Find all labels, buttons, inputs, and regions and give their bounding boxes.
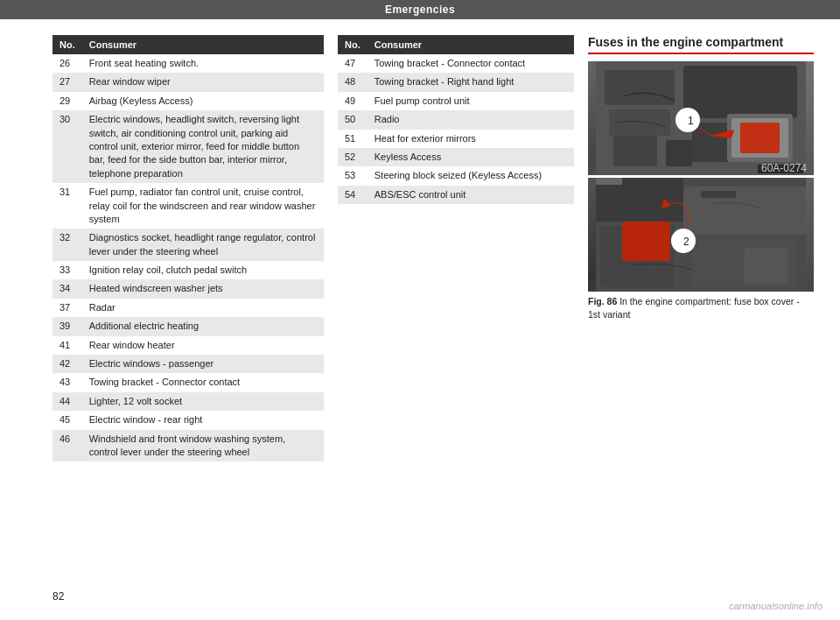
middle-section: No. Consumer 47Towing bracket - Connecto…: [338, 35, 574, 461]
middle-row-consumer: Radio: [368, 110, 574, 129]
middle-row-consumer: Heat for exterior mirrors: [368, 130, 574, 148]
page-number: 82: [52, 590, 64, 602]
fig-caption-text: In the engine compartment: fuse box cove…: [588, 296, 800, 320]
middle-table: No. Consumer 47Towing bracket - Connecto…: [338, 35, 574, 204]
left-table-row: 46Windshield and front window washing sy…: [52, 430, 324, 462]
top-bar: Emergencies: [0, 0, 840, 19]
middle-table-row: 51Heat for exterior mirrors: [338, 130, 574, 148]
left-table-row: 45Electric window - rear right: [52, 411, 324, 429]
left-row-consumer: Electric windows, headlight switch, reve…: [82, 110, 324, 183]
left-row-no: 46: [52, 430, 82, 462]
left-table-row: 39Additional electric heating: [52, 317, 324, 335]
left-row-consumer: Towing bracket - Connector contact: [82, 373, 324, 391]
left-row-no: 26: [52, 54, 82, 73]
fig-caption: Fig. 86 In the engine compartment: fuse …: [588, 292, 814, 324]
engine-top-image: 1 60A-0274: [588, 61, 814, 175]
left-table-row: 30Electric windows, headlight switch, re…: [52, 110, 324, 183]
middle-row-no: 49: [338, 92, 368, 110]
left-row-consumer: Lighter, 12 volt socket: [82, 392, 324, 411]
engine-bottom-image: 2: [588, 178, 814, 292]
left-row-no: 27: [52, 73, 82, 91]
middle-row-no: 47: [338, 54, 368, 73]
left-row-consumer: Windshield and front window washing syst…: [82, 430, 324, 462]
left-table: No. Consumer 26Front seat heating switch…: [52, 35, 324, 461]
middle-table-body: 47Towing bracket - Connector contact48To…: [338, 54, 574, 204]
svg-rect-26: [701, 191, 736, 198]
svg-rect-9: [740, 123, 780, 153]
svg-rect-27: [745, 248, 788, 283]
left-row-consumer: Electric windows - passenger: [82, 355, 324, 373]
middle-row-no: 51: [338, 130, 368, 148]
left-table-row: 31Fuel pump, radiator fan control unit, …: [52, 183, 324, 229]
left-section: No. Consumer 26Front seat heating switch…: [52, 35, 324, 461]
left-row-no: 39: [52, 317, 82, 335]
watermark: carmanualsonline.info: [729, 601, 822, 611]
left-table-row: 33Ignition relay coil, clutch pedal swit…: [52, 261, 324, 279]
left-table-row: 37Radar: [52, 299, 324, 317]
left-row-no: 33: [52, 261, 82, 279]
middle-table-row: 50Radio: [338, 110, 574, 129]
middle-row-consumer: Keyless Access: [368, 148, 574, 166]
middle-table-row: 52Keyless Access: [338, 148, 574, 166]
middle-row-no: 54: [338, 186, 368, 204]
left-row-consumer: Rear window wiper: [82, 73, 324, 91]
middle-table-row: 48Towing bracket - Right hand light: [338, 73, 574, 91]
left-row-no: 44: [52, 392, 82, 411]
left-row-consumer: Rear window heater: [82, 336, 324, 355]
middle-row-no: 50: [338, 110, 368, 129]
left-row-no: 41: [52, 336, 82, 355]
svg-rect-5: [613, 136, 657, 166]
middle-row-consumer: Towing bracket - Right hand light: [368, 73, 574, 91]
middle-table-row: 49Fuel pump control unit: [338, 92, 574, 110]
left-row-consumer: Additional electric heating: [82, 317, 324, 335]
middle-row-consumer: ABS/ESC control unit: [368, 186, 574, 204]
middle-row-consumer: Towing bracket - Connector contact: [368, 54, 574, 73]
middle-table-header-no: No.: [338, 35, 368, 54]
left-row-no: 31: [52, 183, 82, 229]
middle-table-header-consumer: Consumer: [368, 35, 574, 54]
left-table-row: 41Rear window heater: [52, 336, 324, 355]
middle-row-no: 52: [338, 148, 368, 166]
left-row-consumer: Heated windscreen washer jets: [82, 279, 324, 298]
left-row-consumer: Diagnostics socket, headlight range regu…: [82, 229, 324, 261]
middle-row-consumer: Fuel pump control unit: [368, 92, 574, 110]
middle-row-no: 48: [338, 73, 368, 91]
svg-rect-2: [683, 66, 797, 118]
left-row-no: 45: [52, 411, 82, 429]
left-table-header-row: No. Consumer: [52, 35, 324, 54]
left-row-no: 37: [52, 299, 82, 317]
middle-table-header-row: No. Consumer: [338, 35, 574, 54]
middle-table-row: 54ABS/ESC control unit: [338, 186, 574, 204]
left-table-row: 42Electric windows - passenger: [52, 355, 324, 373]
left-row-consumer: Airbag (Keyless Access): [82, 92, 324, 110]
page-container: Emergencies No. Consumer 26Front seat he…: [0, 0, 840, 620]
left-table-row: 43Towing bracket - Connector contact: [52, 373, 324, 391]
left-table-row: 34Heated windscreen washer jets: [52, 279, 324, 298]
fuses-title: Fuses in the engine compartment: [588, 35, 814, 54]
left-row-no: 42: [52, 355, 82, 373]
svg-rect-1: [605, 70, 675, 105]
left-table-row: 29Airbag (Keyless Access): [52, 92, 324, 110]
left-row-consumer: Fuel pump, radiator fan control unit, cr…: [82, 183, 324, 229]
left-table-row: 44Lighter, 12 volt socket: [52, 392, 324, 411]
left-row-consumer: Ignition relay coil, clutch pedal switch: [82, 261, 324, 279]
middle-table-row: 47Towing bracket - Connector contact: [338, 54, 574, 73]
content-area: No. Consumer 26Front seat heating switch…: [0, 26, 840, 470]
svg-text:2: 2: [683, 236, 690, 248]
left-row-no: 34: [52, 279, 82, 298]
svg-text:60A-0274: 60A-0274: [761, 162, 807, 174]
svg-rect-3: [609, 109, 670, 136]
left-table-row: 26Front seat heating switch.: [52, 54, 324, 73]
middle-table-row: 53Steering block seized (Keyless Access): [338, 166, 574, 185]
left-row-no: 43: [52, 373, 82, 391]
left-row-consumer: Electric window - rear right: [82, 411, 324, 429]
fig-label: Fig. 86: [588, 296, 617, 306]
left-table-header-no: No.: [52, 35, 82, 54]
left-table-header-consumer: Consumer: [82, 35, 324, 54]
left-row-consumer: Radar: [82, 299, 324, 317]
left-row-consumer: Front seat heating switch.: [82, 54, 324, 73]
left-table-row: 27Rear window wiper: [52, 73, 324, 91]
right-section: Fuses in the engine compartment: [588, 35, 814, 461]
svg-text:1: 1: [688, 115, 694, 127]
left-table-body: 26Front seat heating switch.27Rear windo…: [52, 54, 324, 461]
